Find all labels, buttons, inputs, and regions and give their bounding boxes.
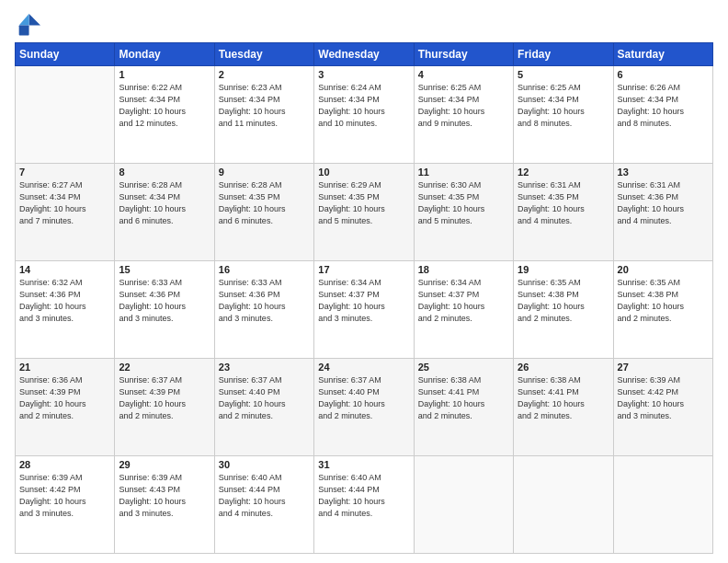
day-info: Sunrise: 6:31 AM Sunset: 4:36 PM Dayligh…	[618, 179, 709, 227]
day-info: Sunrise: 6:38 AM Sunset: 4:41 PM Dayligh…	[518, 374, 609, 422]
day-number: 20	[618, 264, 709, 275]
day-info: Sunrise: 6:22 AM Sunset: 4:34 PM Dayligh…	[119, 82, 210, 130]
calendar-cell: 29Sunrise: 6:39 AM Sunset: 4:43 PM Dayli…	[115, 456, 214, 554]
calendar-cell: 22Sunrise: 6:37 AM Sunset: 4:39 PM Dayli…	[115, 359, 214, 456]
calendar-cell: 31Sunrise: 6:40 AM Sunset: 4:44 PM Dayli…	[314, 456, 414, 554]
calendar-cell: 12Sunrise: 6:31 AM Sunset: 4:35 PM Dayli…	[514, 164, 613, 261]
day-header-friday: Friday	[514, 43, 613, 66]
day-number: 14	[19, 264, 110, 275]
day-header-wednesday: Wednesday	[314, 43, 414, 66]
day-number: 1	[119, 69, 210, 80]
calendar-cell: 4Sunrise: 6:25 AM Sunset: 4:34 PM Daylig…	[414, 66, 513, 164]
calendar-cell: 23Sunrise: 6:37 AM Sunset: 4:40 PM Dayli…	[214, 359, 313, 456]
day-info: Sunrise: 6:32 AM Sunset: 4:36 PM Dayligh…	[19, 277, 110, 325]
calendar-cell: 13Sunrise: 6:31 AM Sunset: 4:36 PM Dayli…	[613, 164, 712, 261]
calendar-cell: 30Sunrise: 6:40 AM Sunset: 4:44 PM Dayli…	[214, 456, 313, 554]
day-info: Sunrise: 6:39 AM Sunset: 4:42 PM Dayligh…	[618, 374, 709, 422]
week-row-2: 7Sunrise: 6:27 AM Sunset: 4:34 PM Daylig…	[16, 164, 713, 261]
calendar-cell: 19Sunrise: 6:35 AM Sunset: 4:38 PM Dayli…	[514, 261, 613, 359]
day-info: Sunrise: 6:39 AM Sunset: 4:43 PM Dayligh…	[119, 472, 210, 520]
day-number: 15	[119, 264, 210, 275]
day-number: 2	[219, 69, 310, 80]
day-header-thursday: Thursday	[414, 43, 513, 66]
svg-marker-0	[29, 14, 40, 25]
day-number: 4	[418, 69, 509, 80]
calendar-cell: 27Sunrise: 6:39 AM Sunset: 4:42 PM Dayli…	[613, 359, 712, 456]
day-info: Sunrise: 6:31 AM Sunset: 4:35 PM Dayligh…	[518, 179, 609, 227]
day-number: 24	[318, 362, 409, 373]
logo-icon	[15, 11, 40, 37]
calendar-cell: 5Sunrise: 6:25 AM Sunset: 4:34 PM Daylig…	[514, 66, 613, 164]
calendar-cell: 15Sunrise: 6:33 AM Sunset: 4:36 PM Dayli…	[115, 261, 214, 359]
day-number: 25	[418, 362, 509, 373]
week-row-4: 21Sunrise: 6:36 AM Sunset: 4:39 PM Dayli…	[16, 359, 713, 456]
header	[15, 11, 713, 37]
day-info: Sunrise: 6:35 AM Sunset: 4:38 PM Dayligh…	[518, 277, 609, 325]
svg-marker-1	[19, 14, 29, 25]
calendar-cell: 18Sunrise: 6:34 AM Sunset: 4:37 PM Dayli…	[414, 261, 513, 359]
day-number: 23	[219, 362, 310, 373]
day-number: 12	[518, 167, 609, 178]
calendar-cell: 25Sunrise: 6:38 AM Sunset: 4:41 PM Dayli…	[414, 359, 513, 456]
day-info: Sunrise: 6:23 AM Sunset: 4:34 PM Dayligh…	[219, 82, 310, 130]
day-number: 11	[418, 167, 509, 178]
day-info: Sunrise: 6:37 AM Sunset: 4:40 PM Dayligh…	[318, 374, 409, 422]
day-header-sunday: Sunday	[16, 43, 115, 66]
day-info: Sunrise: 6:25 AM Sunset: 4:34 PM Dayligh…	[518, 82, 609, 130]
day-header-monday: Monday	[115, 43, 214, 66]
day-info: Sunrise: 6:38 AM Sunset: 4:41 PM Dayligh…	[418, 374, 509, 422]
day-number: 16	[219, 264, 310, 275]
calendar-cell: 6Sunrise: 6:26 AM Sunset: 4:34 PM Daylig…	[613, 66, 712, 164]
day-info: Sunrise: 6:28 AM Sunset: 4:35 PM Dayligh…	[219, 179, 310, 227]
calendar-table: SundayMondayTuesdayWednesdayThursdayFrid…	[15, 42, 713, 554]
day-info: Sunrise: 6:36 AM Sunset: 4:39 PM Dayligh…	[19, 374, 110, 422]
calendar-cell: 3Sunrise: 6:24 AM Sunset: 4:34 PM Daylig…	[314, 66, 414, 164]
calendar-cell: 10Sunrise: 6:29 AM Sunset: 4:35 PM Dayli…	[314, 164, 414, 261]
day-info: Sunrise: 6:40 AM Sunset: 4:44 PM Dayligh…	[318, 472, 409, 520]
week-row-5: 28Sunrise: 6:39 AM Sunset: 4:42 PM Dayli…	[16, 456, 713, 554]
day-number: 10	[318, 167, 409, 178]
day-info: Sunrise: 6:28 AM Sunset: 4:34 PM Dayligh…	[119, 179, 210, 227]
calendar-cell: 7Sunrise: 6:27 AM Sunset: 4:34 PM Daylig…	[16, 164, 115, 261]
calendar-cell: 21Sunrise: 6:36 AM Sunset: 4:39 PM Dayli…	[16, 359, 115, 456]
day-info: Sunrise: 6:29 AM Sunset: 4:35 PM Dayligh…	[318, 179, 409, 227]
day-number: 21	[19, 362, 110, 373]
day-header-saturday: Saturday	[613, 43, 712, 66]
logo	[15, 11, 44, 37]
day-number: 22	[119, 362, 210, 373]
calendar-cell: 9Sunrise: 6:28 AM Sunset: 4:35 PM Daylig…	[214, 164, 313, 261]
day-info: Sunrise: 6:34 AM Sunset: 4:37 PM Dayligh…	[318, 277, 409, 325]
calendar-cell: 24Sunrise: 6:37 AM Sunset: 4:40 PM Dayli…	[314, 359, 414, 456]
calendar-cell: 1Sunrise: 6:22 AM Sunset: 4:34 PM Daylig…	[115, 66, 214, 164]
day-info: Sunrise: 6:25 AM Sunset: 4:34 PM Dayligh…	[418, 82, 509, 130]
calendar-cell: 28Sunrise: 6:39 AM Sunset: 4:42 PM Dayli…	[16, 456, 115, 554]
day-info: Sunrise: 6:33 AM Sunset: 4:36 PM Dayligh…	[119, 277, 210, 325]
week-row-3: 14Sunrise: 6:32 AM Sunset: 4:36 PM Dayli…	[16, 261, 713, 359]
day-number: 7	[19, 167, 110, 178]
calendar-cell	[613, 456, 712, 554]
svg-rect-2	[19, 26, 29, 36]
day-info: Sunrise: 6:30 AM Sunset: 4:35 PM Dayligh…	[418, 179, 509, 227]
calendar-cell: 8Sunrise: 6:28 AM Sunset: 4:34 PM Daylig…	[115, 164, 214, 261]
day-number: 17	[318, 264, 409, 275]
calendar-cell: 17Sunrise: 6:34 AM Sunset: 4:37 PM Dayli…	[314, 261, 414, 359]
calendar-cell	[414, 456, 513, 554]
day-number: 13	[618, 167, 709, 178]
calendar-header-row: SundayMondayTuesdayWednesdayThursdayFrid…	[16, 43, 713, 66]
calendar-cell: 16Sunrise: 6:33 AM Sunset: 4:36 PM Dayli…	[214, 261, 313, 359]
day-info: Sunrise: 6:34 AM Sunset: 4:37 PM Dayligh…	[418, 277, 509, 325]
calendar-cell: 14Sunrise: 6:32 AM Sunset: 4:36 PM Dayli…	[16, 261, 115, 359]
day-number: 6	[618, 69, 709, 80]
day-info: Sunrise: 6:40 AM Sunset: 4:44 PM Dayligh…	[219, 472, 310, 520]
day-header-tuesday: Tuesday	[214, 43, 313, 66]
week-row-1: 1Sunrise: 6:22 AM Sunset: 4:34 PM Daylig…	[16, 66, 713, 164]
day-info: Sunrise: 6:37 AM Sunset: 4:40 PM Dayligh…	[219, 374, 310, 422]
day-number: 5	[518, 69, 609, 80]
calendar-cell	[16, 66, 115, 164]
day-info: Sunrise: 6:37 AM Sunset: 4:39 PM Dayligh…	[119, 374, 210, 422]
day-info: Sunrise: 6:39 AM Sunset: 4:42 PM Dayligh…	[19, 472, 110, 520]
day-number: 3	[318, 69, 409, 80]
day-number: 8	[119, 167, 210, 178]
day-info: Sunrise: 6:24 AM Sunset: 4:34 PM Dayligh…	[318, 82, 409, 130]
day-number: 9	[219, 167, 310, 178]
